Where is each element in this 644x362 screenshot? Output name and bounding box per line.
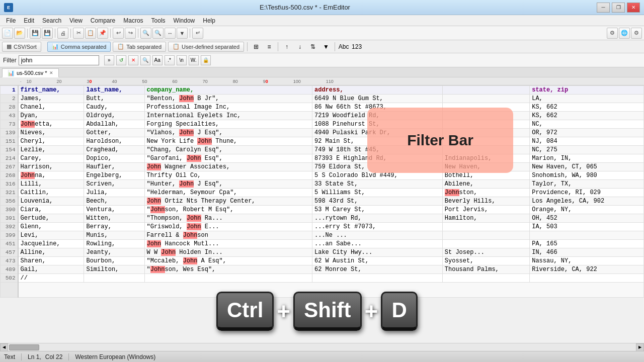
cell: Farrell & Johnson (144, 231, 312, 240)
filter-find-btn[interactable]: 🔍 (140, 55, 150, 65)
cut-button[interactable]: ✂ (73, 28, 84, 39)
cell: state, zip (530, 86, 644, 95)
cell: New York Life John Thune, (144, 137, 312, 146)
cell: 92 Main St, (312, 137, 443, 146)
row-number: 28 (1, 103, 18, 112)
menu-compare[interactable]: Compare (87, 16, 119, 25)
cell: Indianapolis, (442, 154, 529, 163)
cell: Johnna, (18, 171, 84, 180)
paste-button[interactable]: 📌 (97, 28, 108, 39)
filter-col-btn[interactable]: ▼ (320, 42, 332, 52)
menu-help[interactable]: Help (199, 16, 219, 25)
cell: Haroldson, (84, 137, 144, 146)
scroll-track[interactable] (8, 343, 636, 351)
menu-search[interactable]: Search (38, 16, 65, 25)
csv-sort-button[interactable]: ▦ CSV/Sort (2, 42, 41, 52)
cell: Caitlin, (18, 189, 84, 197)
web-button[interactable]: 🌐 (619, 28, 630, 39)
filter-button[interactable]: ▼ (177, 28, 188, 39)
menu-macros[interactable]: Macros (119, 16, 147, 25)
save-button[interactable]: 💾 (30, 28, 41, 39)
wrap-button[interactable]: ↵ (192, 28, 203, 39)
filter-newline-btn[interactable]: \n (177, 55, 187, 65)
filter-case-btn[interactable]: Aa (152, 55, 163, 65)
close-button[interactable]: ✕ (627, 3, 640, 13)
cell: IN, 466 (530, 248, 644, 257)
menu-file[interactable]: File (2, 16, 20, 25)
cell: Gail, (18, 265, 84, 274)
scroll-right-btn[interactable]: ▶ (636, 343, 644, 351)
user-defined-button[interactable]: 📋 User-defined separated (168, 42, 244, 52)
table-row: 151 Cheryl, Haroldson, New York Life Joh… (1, 137, 644, 146)
scroll-left-btn[interactable]: ◀ (0, 343, 8, 351)
toolbar-sep-3 (70, 29, 71, 38)
table-row: 457 Alline, Jeanty, W W John Holden In..… (1, 248, 644, 257)
tab-us500[interactable]: 📊 us-500.csv * ✕ (2, 68, 59, 77)
sort-asc-btn[interactable]: ↑ (281, 42, 292, 52)
cell (442, 129, 529, 137)
tools-button[interactable]: ⚙ (607, 28, 618, 39)
cell: Ventura, (84, 206, 144, 214)
table-icon: ▦ (7, 43, 12, 50)
tab-close-btn[interactable]: ✕ (49, 70, 53, 75)
scroll-thumb[interactable] (9, 344, 39, 350)
options-button[interactable]: ⚙ (631, 28, 642, 39)
toolbar-sep-1 (27, 29, 28, 38)
status-text: Text (4, 353, 15, 360)
cell: Abdallah, (84, 120, 144, 129)
horizontal-scrollbar[interactable]: ◀ ▶ (0, 343, 644, 351)
status-sep-2 (68, 353, 69, 360)
cell: Cheryl, (18, 137, 84, 146)
cell: 7219 Woodfield Rd, (312, 112, 443, 120)
row-number: 457 (1, 248, 18, 257)
table-row: 268 Johnna, Engelberg, Thrifty Oil Co, 5… (1, 171, 644, 180)
filter-lock-btn[interactable]: 🔒 (201, 55, 211, 65)
copy-button[interactable]: 📋 (85, 28, 96, 39)
cell: Ciara, (18, 206, 84, 214)
filter-regex-btn[interactable]: .* (165, 55, 175, 65)
tab-separated-button[interactable]: 📋 Tab separated (113, 42, 166, 52)
data-table-container[interactable]: 1 first_name, last_name, company_name, a… (0, 85, 644, 343)
menu-view[interactable]: View (65, 16, 87, 25)
save-all-button[interactable]: 💾 (42, 28, 53, 39)
sort-desc-btn[interactable]: ↓ (294, 42, 305, 52)
table-row: 43 Dyan, Oldroyd, International Eyelets … (1, 112, 644, 120)
undo-button[interactable]: ↩ (113, 28, 124, 39)
abc-btn[interactable]: Abc (338, 42, 349, 52)
cell: Dopico, (84, 154, 144, 163)
table-row (1, 283, 644, 298)
cell: 53 M Carey St, (312, 206, 443, 214)
cell: "Benton, John B Jr", (144, 95, 312, 103)
filter-clear-btn[interactable]: ✕ (128, 55, 138, 65)
filter-word-btn[interactable]: W. (189, 55, 199, 65)
csv-sep-2 (278, 42, 278, 51)
find-button[interactable]: 🔍 (140, 28, 151, 39)
menu-tools[interactable]: Tools (147, 16, 170, 25)
print-button[interactable]: 🖨 (57, 28, 68, 39)
cell: PA, 165 (530, 240, 644, 248)
sort-btn[interactable]: ⇅ (307, 42, 318, 52)
cell: OH, 452 (530, 214, 644, 223)
cell: New Haven, CT, 065 (530, 163, 644, 171)
cell: "Hunter, John J Esq", (144, 180, 312, 189)
findnext-button[interactable]: 🔍 (152, 28, 164, 39)
open-button[interactable]: 📂 (14, 28, 25, 39)
redo-button[interactable]: ↪ (125, 28, 136, 39)
new-button[interactable]: 📄 (2, 28, 13, 39)
minimize-button[interactable]: ─ (597, 3, 610, 13)
restore-button[interactable]: ❐ (612, 3, 625, 13)
cell: "Thompson, John Ra... (144, 214, 312, 223)
row-icon-btn[interactable]: ≡ (264, 42, 275, 52)
comma-separated-button[interactable]: 📊 Comma separated (47, 42, 111, 52)
filter-search-btn[interactable]: » (104, 55, 114, 65)
column-icon-btn[interactable]: ⊞ (251, 42, 262, 52)
cell: 86 Nw 66th St #8673, (312, 103, 443, 112)
num-btn[interactable]: 123 (351, 42, 362, 52)
cell (442, 103, 529, 112)
filter-reset-green[interactable]: ↺ (116, 55, 126, 65)
replace-button[interactable]: ↔ (165, 28, 176, 39)
tab-icon: 📋 (117, 43, 124, 50)
filter-input[interactable] (19, 55, 99, 65)
menu-window[interactable]: Window (170, 16, 199, 25)
menu-edit[interactable]: Edit (20, 16, 38, 25)
